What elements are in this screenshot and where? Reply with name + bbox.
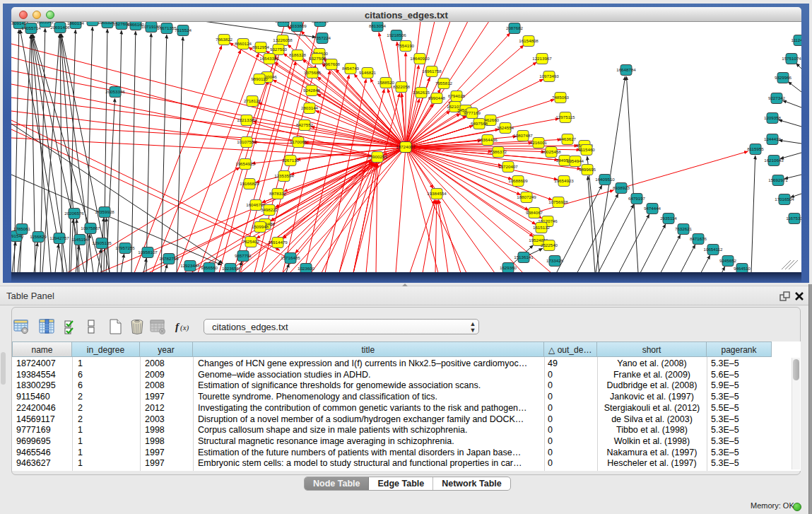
svg-text:8427552: 8427552 <box>296 122 314 127</box>
svg-text:2803144: 2803144 <box>301 105 319 110</box>
svg-text:12905135: 12905135 <box>92 240 112 245</box>
svg-text:20691406: 20691406 <box>50 25 70 30</box>
svg-text:6216001: 6216001 <box>530 140 548 145</box>
svg-text:8813054: 8813054 <box>369 23 387 28</box>
svg-text:16782759: 16782759 <box>159 256 179 261</box>
svg-text:20053346: 20053346 <box>105 89 125 94</box>
svg-text:16961758: 16961758 <box>422 69 442 74</box>
svg-text:12213967: 12213967 <box>532 56 552 61</box>
svg-text:12975115: 12975115 <box>555 115 575 119</box>
svg-text:15751074: 15751074 <box>782 56 801 61</box>
svg-text:10807487: 10807487 <box>513 133 533 138</box>
svg-text:1733426: 1733426 <box>546 258 564 263</box>
svg-text:2522540: 2522540 <box>541 243 558 247</box>
svg-text:16409510: 16409510 <box>595 177 615 182</box>
svg-text:6794028: 6794028 <box>448 93 466 98</box>
svg-text:12213389: 12213389 <box>237 117 257 122</box>
svg-text:1112490: 1112490 <box>791 37 801 42</box>
svg-text:20206576: 20206576 <box>64 211 84 216</box>
svg-text:16210643: 16210643 <box>764 158 784 163</box>
svg-text:19654923: 19654923 <box>235 161 255 166</box>
svg-text:16543382: 16543382 <box>259 56 279 61</box>
svg-text:13226058: 13226058 <box>273 37 293 42</box>
svg-text:19166829: 19166829 <box>240 181 259 186</box>
svg-text:1860134: 1860134 <box>67 22 85 25</box>
svg-text:9170065: 9170065 <box>290 139 307 144</box>
svg-text:2967608: 2967608 <box>323 62 341 66</box>
svg-text:8521819: 8521819 <box>312 22 329 23</box>
svg-text:9242848: 9242848 <box>303 88 321 93</box>
svg-text:15692971: 15692971 <box>768 177 788 182</box>
svg-text:7554190: 7554190 <box>397 43 415 48</box>
svg-text:19384554: 19384554 <box>427 191 447 196</box>
svg-text:1023656: 1023656 <box>222 266 240 271</box>
svg-text:7625402: 7625402 <box>242 239 260 244</box>
svg-text:1023600: 1023600 <box>298 266 315 271</box>
svg-text:2087682: 2087682 <box>506 25 524 30</box>
svg-text:15900293: 15900293 <box>367 154 387 159</box>
svg-text:14055714: 14055714 <box>21 25 41 30</box>
svg-text:16046706: 16046706 <box>246 202 266 207</box>
svg-text:2718120: 2718120 <box>244 98 261 103</box>
svg-text:8186328: 8186328 <box>289 52 307 57</box>
svg-text:20364436: 20364436 <box>478 137 498 142</box>
svg-text:7515524: 7515524 <box>175 28 192 33</box>
svg-text:9464510: 9464510 <box>734 266 751 271</box>
svg-text:3498222: 3498222 <box>261 207 278 212</box>
svg-text:9115460: 9115460 <box>578 147 595 152</box>
svg-text:9146821: 9146821 <box>359 70 377 75</box>
svg-text:9327503: 9327503 <box>270 47 288 52</box>
svg-text:7632621: 7632621 <box>675 226 693 231</box>
svg-text:7357224: 7357224 <box>314 35 331 40</box>
svg-text:8878332: 8878332 <box>269 191 287 196</box>
svg-text:6497568: 6497568 <box>471 121 488 126</box>
svg-text:9327508: 9327508 <box>309 56 326 61</box>
svg-text:1588520: 1588520 <box>377 80 395 85</box>
svg-text:8938923: 8938923 <box>613 185 630 190</box>
svg-text:16154808: 16154808 <box>519 38 539 43</box>
svg-text:1145194: 1145194 <box>71 237 88 242</box>
svg-text:3624554: 3624554 <box>497 125 514 130</box>
svg-text:17016504: 17016504 <box>775 197 794 201</box>
svg-text:18640910: 18640910 <box>410 56 430 61</box>
svg-text:12923448: 12923448 <box>180 263 200 268</box>
svg-text:7485063: 7485063 <box>552 95 570 100</box>
svg-text:17957255: 17957255 <box>115 245 135 250</box>
svg-text:1615132: 1615132 <box>533 225 551 230</box>
svg-text:2003341: 2003341 <box>37 22 54 24</box>
svg-text:7386372: 7386372 <box>490 149 507 154</box>
svg-text:10975867: 10975867 <box>81 226 100 230</box>
svg-text:9463627: 9463627 <box>559 136 577 141</box>
svg-text:9899695: 9899695 <box>579 167 596 172</box>
svg-text:15136141: 15136141 <box>514 255 534 259</box>
svg-text:9890110: 9890110 <box>251 76 268 81</box>
svg-text:2935114: 2935114 <box>660 216 677 221</box>
svg-text:18724007: 18724007 <box>396 144 416 149</box>
svg-text:1629360: 1629360 <box>500 265 517 270</box>
svg-text:8660124: 8660124 <box>235 41 252 46</box>
svg-text:19218506: 19218506 <box>387 33 406 37</box>
svg-text:15716485: 15716485 <box>281 255 300 260</box>
svg-text:1362615: 1362615 <box>413 90 430 95</box>
svg-text:8912954: 8912954 <box>252 45 270 49</box>
svg-text:f: f <box>175 321 180 332</box>
svg-text:10688609: 10688609 <box>508 178 528 183</box>
svg-text:16648784: 16648784 <box>616 67 636 72</box>
svg-text:1167533: 1167533 <box>786 216 801 221</box>
svg-text:6479197: 6479197 <box>628 196 646 201</box>
svg-text:6990448: 6990448 <box>428 95 446 100</box>
svg-text:9474444: 9474444 <box>644 206 661 211</box>
svg-text:8322058: 8322058 <box>393 84 411 89</box>
svg-text:9329966: 9329966 <box>775 75 792 80</box>
svg-text:10958107: 10958107 <box>138 250 158 255</box>
svg-text:12353594: 12353594 <box>274 173 294 178</box>
svg-text:9384067: 9384067 <box>526 210 543 215</box>
svg-text:9245652: 9245652 <box>719 258 737 263</box>
svg-text:7955812: 7955812 <box>435 81 453 86</box>
svg-text:9356560: 9356560 <box>201 265 218 270</box>
svg-text:9657791: 9657791 <box>235 253 252 258</box>
svg-text:3267130: 3267130 <box>282 158 300 163</box>
svg-text:3375685: 3375685 <box>304 70 322 75</box>
svg-text:8454749: 8454749 <box>342 66 360 71</box>
svg-text:17359928: 17359928 <box>95 209 114 214</box>
